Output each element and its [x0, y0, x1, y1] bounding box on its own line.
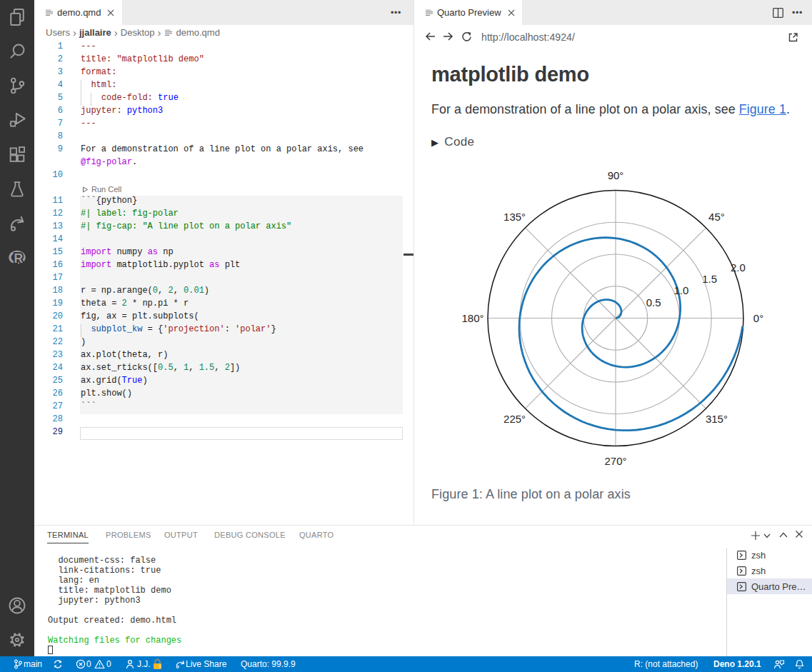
svg-text:1.5: 1.5 [702, 273, 717, 285]
svg-text:2.0: 2.0 [731, 261, 746, 274]
svg-text:0.5: 0.5 [646, 296, 661, 309]
svg-text:180°: 180° [461, 312, 483, 324]
svg-text:1.0: 1.0 [673, 284, 688, 296]
svg-text:45°: 45° [708, 211, 725, 223]
svg-text:0°: 0° [753, 312, 763, 324]
svg-text:315°: 315° [706, 413, 728, 425]
svg-text:270°: 270° [604, 455, 626, 467]
svg-text:90°: 90° [608, 169, 624, 181]
svg-text:135°: 135° [503, 211, 526, 223]
svg-text:R: R [14, 251, 24, 266]
svg-text:225°: 225° [503, 413, 526, 425]
